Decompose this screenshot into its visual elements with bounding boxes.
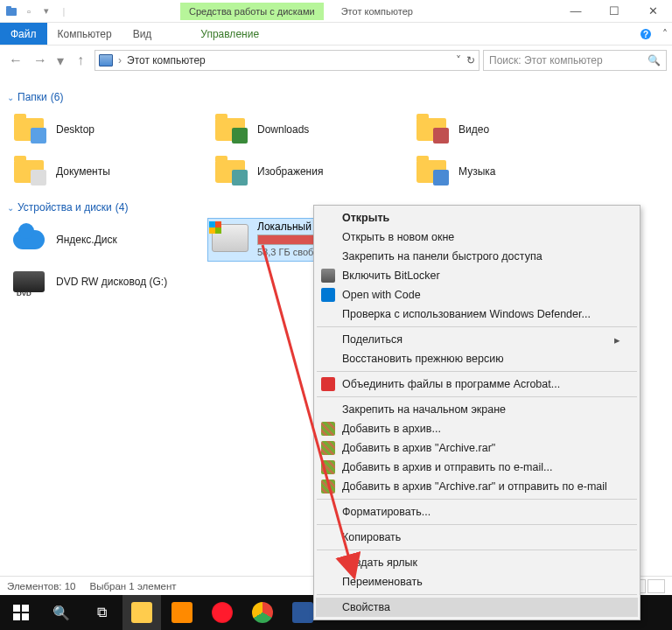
winrar-icon <box>321 441 335 455</box>
tab-view[interactable]: Вид <box>122 23 163 45</box>
ctx-format[interactable]: Форматировать... <box>316 502 638 522</box>
chevron-down-icon: ⌄ <box>7 203 14 213</box>
ctx-pin-start[interactable]: Закрепить на начальном экране <box>316 400 638 419</box>
ctx-windows-defender[interactable]: Проверка с использованием Windows Defend… <box>316 304 638 324</box>
search-icon: 🔍 <box>648 54 661 66</box>
status-item-count: Элементов: 10 <box>7 581 75 592</box>
context-menu: Открыть Открыть в новом окне Закрепить н… <box>313 205 640 620</box>
folder-music[interactable]: Музыка <box>410 150 611 192</box>
device-yandex-disk[interactable]: Яндекс.Диск <box>7 219 208 261</box>
item-label: Downloads <box>257 123 309 136</box>
ctx-bitlocker[interactable]: Включить BitLocker <box>316 266 638 285</box>
taskbar-search-button[interactable]: 🔍 <box>42 595 80 630</box>
tab-manage[interactable]: Управление <box>190 23 270 45</box>
ribbon-collapse-icon[interactable]: ˄ <box>658 23 672 45</box>
taskbar-taskview-button[interactable]: ⧉ <box>82 595 121 630</box>
this-pc-icon <box>99 54 113 66</box>
device-dvd[interactable]: DVD RW дисковод (G:) <box>7 261 208 303</box>
group-title-devices: Устройства и диски <box>18 201 112 214</box>
folder-icon <box>14 160 44 183</box>
svg-rect-1 <box>6 6 11 9</box>
ctx-open-new-window[interactable]: Открыть в новом окне <box>316 228 638 247</box>
ctx-share[interactable]: Поделиться▸ <box>316 330 638 349</box>
qat-dropdown-icon[interactable]: ▾ <box>38 4 54 19</box>
contextual-tab-drive-tools[interactable]: Средства работы с дисками <box>180 3 324 20</box>
cloud-icon <box>13 230 45 249</box>
minimize-button[interactable]: — <box>556 0 595 23</box>
word-icon <box>292 602 313 623</box>
item-label: Яндекс.Диск <box>56 234 117 246</box>
item-label: Музыка <box>458 165 495 178</box>
address-bar[interactable]: › Этот компьютер ˅ ↻ <box>94 50 480 71</box>
item-label: Видео <box>458 123 489 136</box>
address-bar-row: ← → ▾ ↑ › Этот компьютер ˅ ↻ Поиск: Этот… <box>0 46 672 75</box>
ctx-separator <box>317 326 637 327</box>
folder-desktop[interactable]: Desktop <box>7 108 208 150</box>
start-button[interactable] <box>2 595 40 630</box>
winrar-icon <box>321 480 335 494</box>
folder-icon <box>416 118 446 141</box>
item-label: Изображения <box>257 165 323 178</box>
winrar-icon <box>321 422 335 436</box>
qat-separator: | <box>56 4 72 19</box>
close-button[interactable]: ✕ <box>634 0 672 23</box>
nav-back-button[interactable]: ← <box>5 50 26 71</box>
ctx-open[interactable]: Открыть <box>316 208 638 228</box>
item-label: DVD RW дисковод (G:) <box>56 276 167 288</box>
media-icon <box>172 602 192 623</box>
ctx-restore-previous[interactable]: Восстановить прежнюю версию <box>316 349 638 368</box>
item-label: Документы <box>56 165 110 178</box>
nav-recent-dropdown[interactable]: ▾ <box>54 50 66 71</box>
ribbon-help-icon[interactable]: ? <box>634 23 658 45</box>
ctx-add-archive-email[interactable]: Добавить в архив и отправить по e-mail..… <box>316 458 638 477</box>
ctx-rename[interactable]: Переименовать <box>316 572 638 592</box>
properties-qat-icon[interactable]: ▫ <box>21 4 37 19</box>
tab-computer[interactable]: Компьютер <box>47 23 122 45</box>
ctx-separator <box>317 550 637 550</box>
folder-icon <box>215 118 245 141</box>
status-selection: Выбран 1 элемент <box>89 581 176 592</box>
taskbar-media-player[interactable] <box>163 595 201 630</box>
breadcrumb-chevron-icon[interactable]: › <box>118 54 122 66</box>
folder-pictures[interactable]: Изображения <box>208 150 410 192</box>
refresh-icon[interactable]: ↻ <box>466 54 475 66</box>
address-dropdown-icon[interactable]: ˅ <box>456 54 461 66</box>
search-input[interactable]: Поиск: Этот компьютер 🔍 <box>483 50 667 71</box>
ctx-separator <box>317 499 637 500</box>
view-large-icons-button[interactable] <box>648 579 665 593</box>
taskbar-chrome[interactable] <box>243 595 282 630</box>
ctx-properties[interactable]: Свойства <box>316 598 638 617</box>
windows-logo-icon <box>13 605 29 620</box>
ctx-add-archive-rar[interactable]: Добавить в архив "Archive.rar" <box>316 438 638 458</box>
folder-icon <box>14 118 44 141</box>
ctx-copy[interactable]: Копировать <box>316 528 638 547</box>
folder-icon <box>215 160 245 183</box>
ctx-pin-quick-access[interactable]: Закрепить на панели быстрого доступа <box>316 247 638 266</box>
svg-text:?: ? <box>643 30 648 39</box>
winrar-icon <box>321 460 335 474</box>
group-header-folders[interactable]: ⌄ Папки (6) <box>7 91 665 103</box>
ctx-acrobat-combine[interactable]: Объединить файлы в программе Acrobat... <box>316 374 638 394</box>
opera-icon <box>212 602 233 623</box>
taskbar-opera[interactable] <box>203 595 242 630</box>
item-label: Desktop <box>56 123 94 136</box>
ctx-create-shortcut[interactable]: Создать ярлык <box>316 553 638 572</box>
folder-downloads[interactable]: Downloads <box>208 108 410 150</box>
ctx-add-archive[interactable]: Добавить в архив... <box>316 419 638 438</box>
maximize-button[interactable]: ☐ <box>595 0 634 23</box>
tab-file[interactable]: Файл <box>0 23 47 45</box>
ctx-separator <box>317 396 637 397</box>
nav-forward-button[interactable]: → <box>30 50 51 71</box>
breadcrumb-this-pc[interactable]: Этот компьютер <box>127 54 206 66</box>
group-count-devices: (4) <box>116 201 129 214</box>
quick-access-toolbar: ▫ ▾ | <box>0 4 75 19</box>
folder-documents[interactable]: Документы <box>7 150 208 192</box>
chevron-down-icon: ⌄ <box>7 93 14 102</box>
ctx-add-rar-email[interactable]: Добавить в архив "Archive.rar" и отправи… <box>316 477 638 496</box>
nav-up-button[interactable]: ↑ <box>70 50 91 71</box>
ctx-open-with-code[interactable]: Open with Code <box>316 285 638 304</box>
folder-videos[interactable]: Видео <box>410 108 611 150</box>
drive-icon <box>212 224 248 252</box>
taskbar-explorer[interactable] <box>122 595 161 630</box>
search-placeholder: Поиск: Этот компьютер <box>489 54 603 66</box>
